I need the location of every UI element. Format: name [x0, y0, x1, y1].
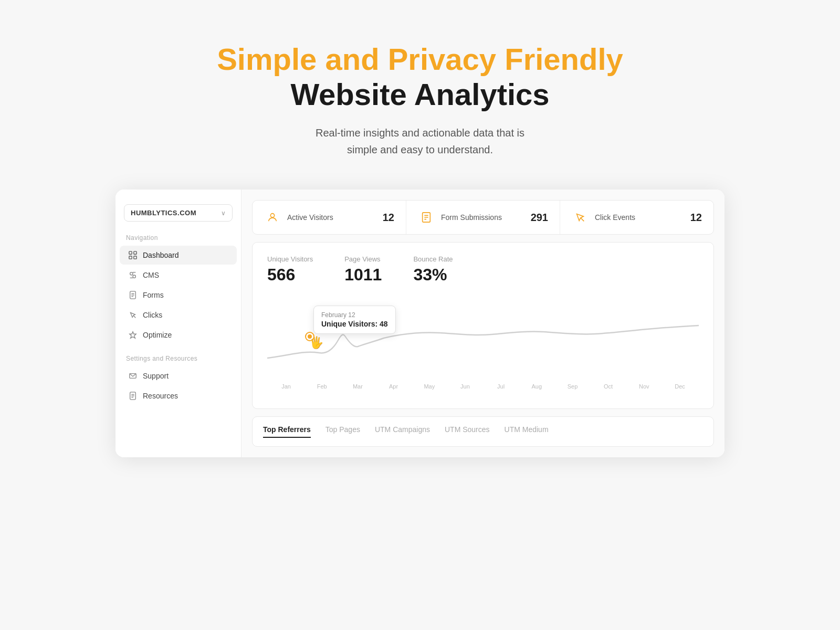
svg-rect-0 [129, 251, 132, 254]
hero-section: Simple and Privacy Friendly Website Anal… [0, 0, 840, 190]
sidebar-item-resources[interactable]: Resources [120, 386, 237, 405]
active-visitors-label: Active Visitors [287, 213, 376, 222]
svg-line-23 [581, 218, 584, 221]
click-events-label: Click Events [595, 213, 684, 222]
bottom-tabs: Top Referrers Top Pages UTM Campaigns UT… [263, 425, 703, 438]
x-label-jan: Jan [268, 383, 304, 390]
tab-utm-campaigns[interactable]: UTM Campaigns [375, 425, 430, 438]
dashboard-icon [128, 250, 138, 260]
sidebar-item-cms-label: CMS [143, 271, 159, 279]
stat-form-submissions: Form Submissions 291 [406, 201, 560, 234]
main-content: Active Visitors 12 Form Submissions 291 [242, 190, 724, 457]
forms-icon [128, 290, 138, 300]
chart-x-axis: Jan Feb Mar Apr May Jun Jul Aug Sep Oct … [267, 383, 699, 390]
x-label-jun: Jun [447, 383, 483, 390]
form-submissions-value: 291 [531, 212, 548, 224]
sidebar-item-optimize[interactable]: Optimize [120, 326, 237, 344]
metric-unique-visitors: Unique Visitors 566 [267, 255, 313, 285]
form-submissions-icon [418, 209, 435, 226]
sidebar-item-dashboard[interactable]: Dashboard [120, 246, 237, 265]
tab-top-referrers[interactable]: Top Referrers [263, 425, 311, 438]
svg-point-5 [133, 275, 135, 278]
cursor-pointer-icon: 🖐 [309, 336, 323, 350]
settings-section-label: Settings and Resources [116, 355, 241, 362]
x-label-jul: Jul [483, 383, 519, 390]
svg-rect-3 [134, 256, 136, 259]
bounce-rate-value: 33% [413, 265, 453, 285]
tab-utm-sources[interactable]: UTM Sources [445, 425, 490, 438]
svg-line-12 [133, 316, 135, 318]
unique-visitors-label: Unique Visitors [267, 255, 313, 263]
sidebar-item-optimize-label: Optimize [143, 331, 172, 339]
svg-rect-1 [129, 256, 132, 259]
tab-top-pages[interactable]: Top Pages [326, 425, 360, 438]
page-views-value: 1011 [344, 265, 382, 285]
x-label-apr: Apr [376, 383, 412, 390]
bounce-rate-label: Bounce Rate [413, 255, 453, 263]
x-label-feb: Feb [304, 383, 340, 390]
svg-rect-2 [134, 251, 136, 254]
bottom-tabs-panel: Top Referrers Top Pages UTM Campaigns UT… [252, 416, 714, 447]
hero-title-orange: Simple and Privacy Friendly [10, 42, 830, 77]
metric-bounce-rate: Bounce Rate 33% [413, 255, 453, 285]
chart-area[interactable]: February 12 Unique Visitors: 48 🖐 Jan Fe… [267, 295, 699, 400]
x-label-may: May [412, 383, 447, 390]
x-label-oct: Oct [591, 383, 626, 390]
chevron-down-icon: ∨ [221, 209, 226, 217]
x-label-dec: Dec [662, 383, 698, 390]
stat-active-visitors: Active Visitors 12 [253, 201, 406, 234]
x-label-mar: Mar [340, 383, 375, 390]
nav-section-label: Navigation [116, 234, 241, 242]
metric-page-views: Page Views 1011 [344, 255, 382, 285]
site-name: HUMBLYTICS.COM [131, 209, 196, 217]
unique-visitors-value: 566 [267, 265, 313, 285]
analytics-panel: Unique Visitors 566 Page Views 1011 Boun… [252, 242, 714, 409]
hero-subtitle: Real-time insights and actionable data t… [10, 124, 830, 158]
sidebar: HUMBLYTICS.COM ∨ Navigation Dashboard CM… [116, 190, 242, 457]
stat-click-events: Click Events 12 [560, 201, 713, 234]
active-visitors-value: 12 [383, 212, 394, 224]
sidebar-item-dashboard-label: Dashboard [143, 251, 179, 259]
line-chart [267, 295, 699, 379]
sidebar-item-clicks[interactable]: Clicks [120, 306, 237, 324]
x-label-aug: Aug [519, 383, 554, 390]
hero-title-dark: Website Analytics [10, 77, 830, 112]
stats-bar: Active Visitors 12 Form Submissions 291 [252, 200, 714, 235]
click-events-value: 12 [690, 212, 702, 224]
analytics-metrics: Unique Visitors 566 Page Views 1011 Boun… [267, 255, 699, 285]
site-selector[interactable]: HUMBLYTICS.COM ∨ [124, 204, 233, 222]
sidebar-item-cms[interactable]: CMS [120, 266, 237, 285]
svg-point-4 [130, 272, 133, 275]
sidebar-item-support[interactable]: Support [120, 366, 237, 385]
page-views-label: Page Views [344, 255, 382, 263]
form-submissions-label: Form Submissions [441, 213, 524, 222]
optimize-icon [128, 330, 138, 340]
sidebar-item-forms-label: Forms [143, 291, 164, 299]
sidebar-item-support-label: Support [143, 372, 169, 380]
clicks-icon [128, 310, 138, 320]
sidebar-item-resources-label: Resources [143, 392, 178, 400]
cms-icon [128, 270, 138, 280]
x-label-nov: Nov [626, 383, 662, 390]
resources-icon [128, 391, 138, 401]
x-label-sep: Sep [554, 383, 590, 390]
sidebar-item-clicks-label: Clicks [143, 311, 162, 319]
sidebar-item-forms[interactable]: Forms [120, 286, 237, 304]
tab-utm-medium[interactable]: UTM Medium [505, 425, 549, 438]
svg-point-18 [270, 214, 274, 217]
dashboard-container: HUMBLYTICS.COM ∨ Navigation Dashboard CM… [116, 190, 724, 457]
sidebar-settings-section: Settings and Resources Support Resources [116, 355, 241, 405]
support-icon [128, 371, 138, 381]
active-visitors-icon [264, 209, 281, 226]
click-events-icon [572, 209, 589, 226]
